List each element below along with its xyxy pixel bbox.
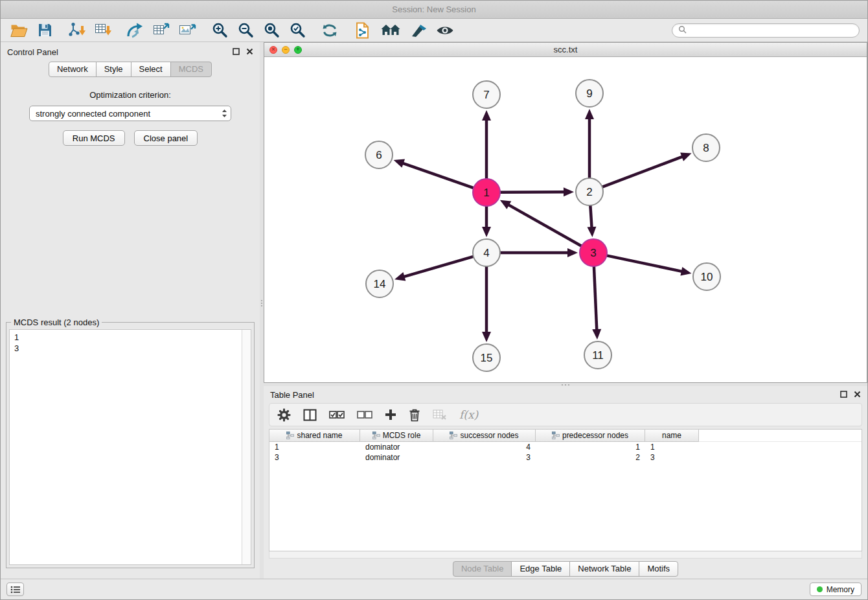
table-panel-header: Table Panel — [264, 386, 867, 403]
application-window: Session: New Session — [0, 0, 868, 600]
dropdown-arrows-icon — [222, 109, 231, 118]
cell-shared-name: 3 — [269, 453, 360, 462]
column-header-successor-nodes[interactable]: successor nodes — [433, 430, 536, 442]
close-panel-icon[interactable] — [246, 47, 253, 57]
open-session-icon[interactable] — [8, 21, 29, 40]
unselect-all-columns-icon[interactable] — [357, 410, 372, 419]
table-settings-gear-icon[interactable] — [277, 408, 291, 422]
control-panel-title: Control Panel — [7, 47, 58, 57]
refresh-layout-icon[interactable] — [319, 21, 340, 40]
tab-style[interactable]: Style — [96, 62, 131, 77]
export-table-icon[interactable] — [151, 21, 172, 40]
show-columns-icon[interactable] — [303, 409, 317, 421]
select-all-columns-icon[interactable] — [329, 410, 345, 419]
graph-node-label: 15 — [481, 352, 493, 364]
tab-select[interactable]: Select — [131, 62, 171, 77]
graph-edge-arrow — [482, 110, 491, 121]
graph-edge-arrow — [394, 159, 405, 168]
delete-column-icon[interactable] — [409, 408, 420, 422]
graph-edge-arrow — [587, 227, 596, 237]
cell-name: 3 — [645, 453, 699, 462]
graph-node-label: 10 — [701, 271, 713, 283]
run-mcds-button[interactable]: Run MCDS — [63, 130, 125, 146]
network-window-title: scc.txt — [264, 45, 867, 54]
column-label: name — [662, 431, 681, 440]
memory-button[interactable]: Memory — [810, 583, 862, 596]
graph-edge-3-1[interactable] — [508, 205, 582, 246]
table-panel-title: Table Panel — [270, 390, 314, 400]
graph-edge-3-11[interactable] — [594, 266, 597, 330]
export-image-icon[interactable] — [177, 21, 198, 40]
table-row[interactable]: 3 dominator 3 2 3 — [269, 452, 862, 463]
float-panel-icon[interactable] — [233, 47, 240, 57]
column-label: shared name — [297, 431, 342, 440]
close-window-icon[interactable]: × — [269, 46, 277, 54]
cell-name: 1 — [645, 443, 699, 452]
zoom-selected-icon[interactable] — [287, 21, 308, 40]
cell-shared-name: 1 — [269, 443, 360, 452]
graph-edge-2-3[interactable] — [590, 205, 591, 228]
style-apply-icon[interactable] — [409, 21, 429, 40]
task-history-icon[interactable] — [6, 583, 24, 596]
graph-edge-arrow — [567, 248, 578, 257]
memory-label: Memory — [827, 585, 854, 594]
graph-edge-arrow — [592, 329, 601, 340]
create-column-icon[interactable] — [385, 409, 396, 421]
table-header-row: shared name MCDS role successor nodes — [269, 430, 862, 442]
mcds-result-area: 1 3 — [9, 329, 251, 565]
manage-networks-icon[interactable] — [352, 21, 372, 40]
export-network-icon[interactable] — [125, 21, 146, 40]
table-horizontal-scrollbar[interactable] — [269, 551, 862, 559]
status-bar: Memory — [1, 579, 867, 599]
memory-status-icon — [817, 586, 823, 592]
minimize-window-icon[interactable]: − — [282, 46, 290, 54]
tab-motifs[interactable]: Motifs — [639, 561, 678, 577]
close-panel-icon[interactable] — [854, 390, 861, 400]
import-network-icon[interactable] — [67, 21, 87, 40]
import-toolbar-group — [67, 21, 113, 40]
cell-predecessor-nodes: 1 — [536, 443, 645, 452]
graph-edge-1-2[interactable] — [500, 192, 565, 192]
graph-node-label: 11 — [592, 349, 604, 362]
graph-node-label: 1 — [483, 187, 489, 199]
control-panel-header: Control Panel — [1, 42, 260, 62]
show-graphics-icon[interactable] — [435, 21, 455, 40]
table-toolbar: f(x) — [269, 403, 862, 426]
vertical-splitter[interactable] — [260, 42, 264, 579]
close-panel-button[interactable]: Close panel — [134, 130, 198, 146]
traffic-lights: × − + — [269, 46, 302, 54]
criterion-dropdown[interactable]: strongly connected component — [29, 106, 231, 121]
column-header-shared-name[interactable]: shared name — [269, 430, 360, 442]
tab-network-table[interactable]: Network Table — [569, 561, 639, 577]
graph-edge-1-6[interactable] — [402, 163, 474, 189]
tab-network[interactable]: Network — [49, 62, 97, 77]
import-table-icon[interactable] — [93, 21, 113, 40]
column-header-predecessor-nodes[interactable]: predecessor nodes — [536, 430, 645, 442]
save-session-icon[interactable] — [34, 21, 55, 40]
graph-edge-2-8[interactable] — [602, 156, 683, 187]
zoom-in-icon[interactable] — [209, 21, 230, 40]
main-area: Control Panel Network Style Select MCDS … — [1, 42, 867, 579]
column-header-mcds-role[interactable]: MCDS role — [360, 430, 433, 442]
float-panel-icon[interactable] — [840, 390, 847, 400]
graph-edge-4-14[interactable] — [403, 257, 473, 277]
graph-edge-3-10[interactable] — [607, 255, 683, 271]
tab-mcds[interactable]: MCDS — [170, 62, 212, 77]
column-header-name[interactable]: name — [645, 430, 699, 442]
search-box[interactable] — [672, 23, 860, 38]
graph-node-label: 14 — [374, 278, 386, 290]
graph-edge-arrow — [585, 109, 594, 119]
result-scrollbar[interactable] — [242, 330, 251, 564]
zoom-fit-icon[interactable] — [261, 21, 282, 40]
search-icon — [678, 25, 687, 36]
graph-edge-arrow — [394, 272, 405, 281]
tab-node-table[interactable]: Node Table — [453, 561, 512, 577]
tab-edge-table[interactable]: Edge Table — [511, 561, 570, 577]
first-neighbors-icon[interactable] — [378, 21, 404, 40]
zoom-out-icon[interactable] — [235, 21, 256, 40]
search-input[interactable] — [691, 26, 853, 35]
zoom-window-icon[interactable]: + — [294, 46, 302, 54]
graph-node-label: 4 — [483, 247, 489, 259]
table-row[interactable]: 1 dominator 4 1 1 — [269, 442, 862, 452]
network-canvas[interactable]: 7968124314101511 — [264, 57, 867, 382]
